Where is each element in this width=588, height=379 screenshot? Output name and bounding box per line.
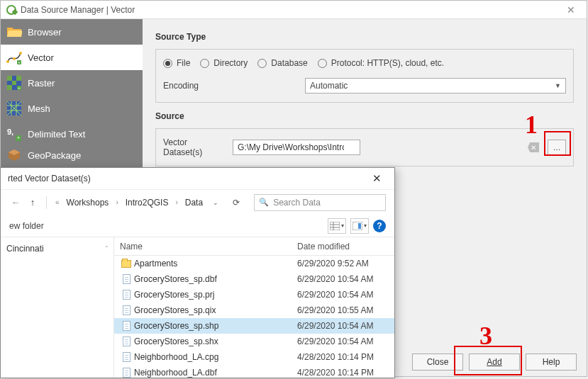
svg-text:9,: 9, bbox=[7, 128, 13, 136]
sidebar-item-label: Browser bbox=[28, 27, 62, 38]
svg-text:+: + bbox=[17, 135, 20, 140]
file-row[interactable]: GroceryStores_sp.prj6/29/2020 10:54 AM bbox=[114, 287, 394, 302]
sidebar-item-mesh[interactable]: Mesh bbox=[1, 96, 143, 121]
file-dialog-titlebar: rted Vector Dataset(s) ✕ bbox=[1, 168, 394, 189]
dialog-buttons: Close Add Help bbox=[412, 353, 577, 370]
caret-up-icon: ˆ bbox=[106, 245, 108, 252]
file-date: 6/29/2020 10:54 AM bbox=[297, 321, 394, 331]
view-preview-button[interactable]: ▾ bbox=[350, 218, 369, 234]
clear-input-button[interactable]: ✕ bbox=[528, 142, 539, 152]
file-icon bbox=[120, 336, 133, 346]
file-date: 6/29/2020 10:54 AM bbox=[297, 336, 394, 346]
radio-file[interactable]: File bbox=[163, 58, 190, 68]
source-type-title: Source Type bbox=[155, 32, 574, 42]
file-dialog-title: rted Vector Dataset(s) bbox=[8, 174, 91, 183]
geopackage-icon bbox=[6, 147, 22, 163]
close-button[interactable]: Close bbox=[412, 353, 463, 370]
file-icon bbox=[120, 274, 133, 284]
file-row[interactable]: GroceryStores_sp.shx6/29/2020 10:54 AM bbox=[114, 334, 394, 349]
radio-database[interactable]: Database bbox=[257, 58, 307, 68]
nav-back-button[interactable]: ← bbox=[9, 197, 22, 208]
breadcrumb-item[interactable]: Workshops bbox=[65, 198, 111, 208]
new-folder-button[interactable]: ew folder bbox=[9, 221, 44, 231]
svg-rect-8 bbox=[12, 81, 16, 85]
chevron-down-icon: ▾ bbox=[341, 222, 344, 229]
svg-rect-6 bbox=[7, 76, 12, 81]
tree-item[interactable]: Cincinnati ˆ bbox=[6, 242, 108, 256]
view-list-button[interactable]: ▾ bbox=[328, 218, 346, 234]
file-dialog-window: rted Vector Dataset(s) ✕ ← ↑ « Workshops… bbox=[0, 167, 395, 378]
svg-rect-7 bbox=[16, 76, 21, 81]
source-type-group: File Directory Database Protocol: HTTP(S… bbox=[155, 49, 574, 103]
nav-up-button[interactable]: ↑ bbox=[26, 197, 39, 208]
chevron-down-icon: ▾ bbox=[364, 222, 367, 229]
breadcrumb-item[interactable]: Intro2QGIS bbox=[124, 198, 170, 208]
radio-label: Database bbox=[271, 58, 307, 68]
file-row[interactable]: GroceryStores_sp.dbf6/29/2020 10:54 AM bbox=[114, 271, 394, 287]
file-row[interactable]: Neighborhood_LA.dbf4/28/2020 10:14 PM bbox=[114, 365, 394, 378]
chevron-down-icon[interactable]: ⌄ bbox=[213, 199, 218, 206]
sidebar-item-browser[interactable]: Browser bbox=[1, 19, 143, 45]
search-icon: 🔍 bbox=[259, 198, 269, 207]
sidebar-item-vector[interactable]: + Vector bbox=[1, 45, 143, 70]
file-icon bbox=[120, 290, 133, 300]
chevron-right-icon: › bbox=[114, 198, 119, 206]
file-date: 6/29/2020 10:54 AM bbox=[297, 290, 394, 300]
file-row[interactable]: Neighborhood_LA.cpg4/28/2020 10:14 PM bbox=[114, 349, 394, 365]
svg-rect-18 bbox=[358, 223, 361, 229]
file-date: 6/29/2020 10:54 AM bbox=[297, 274, 394, 284]
file-row[interactable]: GroceryStores_sp.qix6/29/2020 10:55 AM bbox=[114, 302, 394, 318]
sidebar-item-delimited-text[interactable]: 9,+ Delimited Text bbox=[1, 121, 143, 147]
titlebar: Data Source Manager | Vector ✕ bbox=[1, 1, 587, 19]
file-dialog-close-button[interactable]: ✕ bbox=[366, 172, 387, 185]
column-headers: Name Date modified bbox=[114, 237, 394, 256]
file-name: GroceryStores_sp.shp bbox=[133, 321, 297, 331]
sidebar-item-label: Delimited Text bbox=[28, 129, 85, 140]
window-close-button[interactable]: ✕ bbox=[561, 4, 581, 16]
encoding-combobox[interactable]: Automatic ▼ bbox=[305, 78, 566, 94]
help-button[interactable]: ? bbox=[373, 220, 386, 232]
file-name: Neighborhood_LA.dbf bbox=[133, 368, 297, 378]
sidebar-item-label: GeoPackage bbox=[28, 150, 81, 161]
sidebar-item-raster[interactable]: + Raster bbox=[1, 70, 143, 96]
col-date[interactable]: Date modified bbox=[297, 242, 394, 251]
source-title: Source bbox=[155, 111, 574, 121]
file-row[interactable]: GroceryStores_sp.shp6/29/2020 10:54 AM bbox=[114, 318, 394, 334]
sidebar-item-label: Vector bbox=[28, 52, 54, 63]
vector-icon: + bbox=[6, 50, 22, 65]
svg-text:+: + bbox=[18, 86, 21, 90]
radio-icon bbox=[200, 59, 209, 68]
sidebar-item-label: Mesh bbox=[28, 103, 50, 114]
file-icon bbox=[120, 321, 133, 331]
help-button[interactable]: Help bbox=[526, 353, 577, 370]
refresh-button[interactable]: ⟳ bbox=[228, 198, 244, 208]
svg-rect-16 bbox=[330, 222, 340, 230]
search-input[interactable]: 🔍 Search Data bbox=[254, 194, 386, 211]
radio-label: File bbox=[177, 58, 190, 68]
radio-directory[interactable]: Directory bbox=[200, 58, 248, 68]
file-date: 6/29/2020 9:52 AM bbox=[297, 259, 394, 268]
file-icon bbox=[120, 305, 133, 315]
file-row[interactable]: Apartments6/29/2020 9:52 AM bbox=[114, 256, 394, 271]
file-icon bbox=[120, 368, 133, 378]
svg-point-0 bbox=[6, 60, 9, 63]
col-name[interactable]: Name bbox=[120, 242, 297, 251]
radio-icon bbox=[257, 59, 267, 68]
separator bbox=[46, 196, 47, 209]
breadcrumb-item[interactable]: Data bbox=[184, 198, 204, 208]
sidebar-item-geopackage[interactable]: GeoPackage bbox=[1, 147, 143, 164]
tree-item-label: Cincinnati bbox=[6, 244, 44, 254]
add-button[interactable]: Add bbox=[469, 353, 520, 370]
browse-button[interactable]: … bbox=[548, 140, 566, 155]
file-icon bbox=[120, 352, 133, 362]
svg-point-2 bbox=[19, 52, 22, 55]
radio-protocol[interactable]: Protocol: HTTP(S), cloud, etc. bbox=[318, 58, 444, 68]
folder-icon bbox=[120, 260, 133, 268]
encoding-label: Encoding bbox=[163, 81, 291, 91]
qgis-logo-icon bbox=[6, 5, 16, 15]
radio-label: Directory bbox=[213, 58, 248, 68]
delimited-text-icon: 9,+ bbox=[6, 126, 22, 142]
raster-icon: + bbox=[6, 75, 22, 91]
file-dialog-toolbar: ew folder ▾ ▾ ? bbox=[1, 215, 394, 237]
dataset-path-input[interactable] bbox=[233, 140, 360, 155]
